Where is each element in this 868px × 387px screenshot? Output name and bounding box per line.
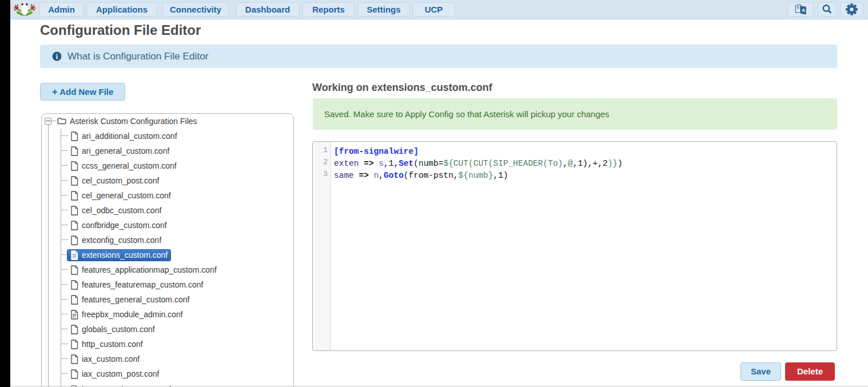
svg-text:A: A	[802, 7, 805, 13]
